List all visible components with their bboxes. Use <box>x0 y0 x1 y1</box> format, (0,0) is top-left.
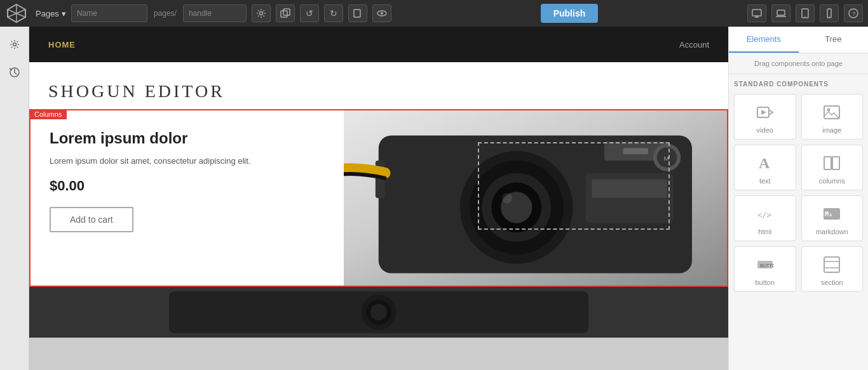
markdown-label: markdown <box>816 228 848 235</box>
right-panel: Elements Tree Drag components onto page … <box>728 27 868 370</box>
button-icon: BUTTON <box>756 254 774 275</box>
svg-text:</>: </> <box>757 211 771 220</box>
main-area: HOME Account SHOGUN EDITOR Columns Lorem… <box>0 27 868 370</box>
component-html[interactable]: </> html <box>734 195 796 241</box>
help-icon: ? <box>848 8 858 18</box>
section-icon <box>823 254 841 275</box>
mobile-icon-btn[interactable] <box>820 4 839 22</box>
svg-rect-52 <box>832 157 839 169</box>
product-description: Lorem ipsum dolor sit amet, consectetur … <box>50 155 331 168</box>
panel-tabs: Elements Tree <box>729 27 868 53</box>
tab-tree[interactable]: Tree <box>799 27 869 53</box>
page-name-input[interactable] <box>71 4 147 22</box>
product-image-column: M <box>344 110 727 286</box>
svg-point-49 <box>827 109 831 112</box>
copy-icon <box>353 8 363 18</box>
pages-label: Pages <box>36 9 59 18</box>
settings-sidebar-btn[interactable] <box>4 34 25 55</box>
image-label: image <box>822 126 841 134</box>
chevron-down-icon: ▾ <box>62 9 66 18</box>
component-section[interactable]: section <box>801 246 864 292</box>
desktop-icon-btn[interactable] <box>747 4 766 22</box>
tab-elements[interactable]: Elements <box>729 27 799 53</box>
svg-rect-32 <box>623 148 648 154</box>
laptop-icon-btn[interactable] <box>771 4 790 22</box>
undo-icon-btn[interactable]: ↺ <box>300 4 319 22</box>
left-sidebar <box>0 27 29 370</box>
svg-rect-5 <box>281 11 287 17</box>
text-label: text <box>759 177 771 185</box>
svg-point-9 <box>381 12 383 15</box>
component-video[interactable]: video <box>734 94 796 140</box>
product-price: $0.00 <box>50 178 331 194</box>
product-info-column: Lorem ipsum dolor Lorem ipsum dolor sit … <box>31 110 344 286</box>
component-markdown[interactable]: M↓ markdown <box>801 195 864 241</box>
duplicate-icon-btn[interactable] <box>276 4 295 22</box>
laptop-icon <box>776 8 786 18</box>
tablet-icon-btn[interactable] <box>796 4 815 22</box>
button-label: button <box>755 279 775 286</box>
preview-icon-btn[interactable] <box>372 4 391 22</box>
svg-text:BUTTON: BUTTON <box>760 263 774 268</box>
eye-icon <box>377 8 387 18</box>
svg-point-44 <box>620 319 627 326</box>
camera-background: M <box>344 110 727 286</box>
logo-area <box>5 2 28 25</box>
history-icon <box>9 67 20 78</box>
site-nav: HOME Account <box>29 27 728 62</box>
publish-button[interactable]: Publish <box>541 4 599 23</box>
hero-section: SHOGUN EDITOR <box>29 62 728 102</box>
section-title: STANDARD COMPONENTS <box>734 81 863 88</box>
product-title: Lorem ipsum dolor <box>50 129 331 147</box>
section-label: section <box>821 279 843 286</box>
add-to-cart-button[interactable]: Add to cart <box>50 207 133 232</box>
svg-text:M: M <box>664 155 669 162</box>
components-section: STANDARD COMPONENTS video image <box>729 74 868 370</box>
drag-hint: Drag components onto page <box>729 53 868 74</box>
svg-rect-10 <box>752 10 761 16</box>
settings-icon <box>256 8 266 18</box>
nav-home-link[interactable]: HOME <box>48 40 76 50</box>
copy-icon-btn[interactable] <box>348 4 367 22</box>
help-icon-btn[interactable]: ? <box>844 4 863 22</box>
components-grid: video image A text <box>734 94 863 292</box>
component-text[interactable]: A text <box>734 145 796 190</box>
svg-point-4 <box>259 12 262 15</box>
logo-icon <box>5 2 28 25</box>
video-label: video <box>757 126 773 134</box>
redo-icon-btn[interactable]: ↻ <box>324 4 343 22</box>
canvas-area[interactable]: HOME Account SHOGUN EDITOR Columns Lorem… <box>29 27 728 370</box>
svg-text:M↓: M↓ <box>825 211 832 218</box>
component-button[interactable]: BUTTON button <box>734 246 796 292</box>
component-image[interactable]: image <box>801 94 864 140</box>
page-canvas: HOME Account SHOGUN EDITOR Columns Lorem… <box>29 27 728 338</box>
svg-rect-13 <box>777 10 785 15</box>
gear-icon <box>9 39 20 50</box>
svg-point-43 <box>370 304 387 320</box>
component-columns[interactable]: columns <box>801 145 864 190</box>
mobile-icon <box>824 8 834 18</box>
html-label: html <box>758 228 771 235</box>
svg-point-18 <box>829 16 830 17</box>
svg-text:?: ? <box>852 11 855 17</box>
image-icon <box>823 102 841 122</box>
columns-icon <box>823 153 841 173</box>
camera-bottom <box>29 287 728 338</box>
svg-marker-46 <box>769 110 773 115</box>
below-fold-section <box>29 287 728 338</box>
history-sidebar-btn[interactable] <box>4 62 25 83</box>
page-handle-input[interactable] <box>183 4 247 22</box>
pages-dropdown[interactable]: Pages ▾ <box>36 9 66 18</box>
duplicate-icon <box>280 8 290 18</box>
svg-rect-35 <box>592 180 667 199</box>
columns-block[interactable]: Columns Lorem ipsum dolor Lorem ipsum do… <box>29 109 728 287</box>
svg-point-16 <box>804 16 806 17</box>
nav-account-link[interactable]: Account <box>679 40 709 50</box>
topbar: Pages ▾ pages/ ↺ ↻ Publish ? <box>0 0 868 27</box>
desktop-icon <box>752 8 762 18</box>
svg-rect-51 <box>824 157 831 169</box>
svg-rect-7 <box>354 10 360 17</box>
settings-icon-btn[interactable] <box>252 4 271 22</box>
svg-rect-6 <box>283 9 290 15</box>
camera-bottom-image <box>29 287 728 338</box>
